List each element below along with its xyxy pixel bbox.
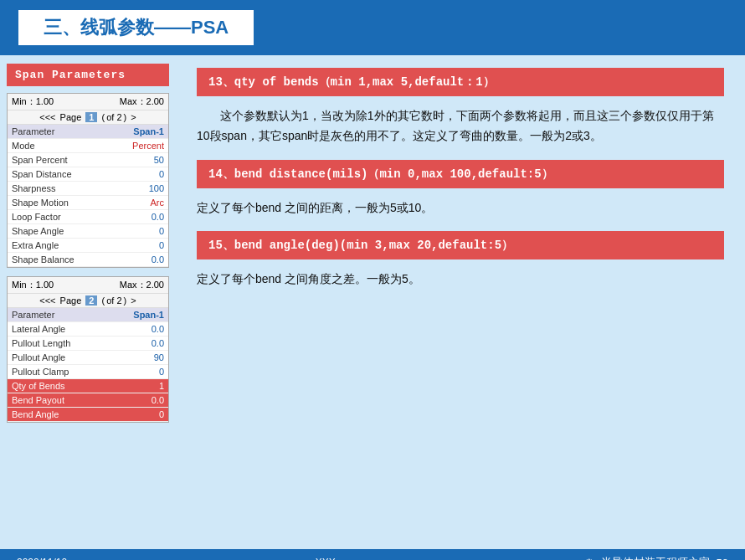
col-parameter-1: Parameter bbox=[8, 125, 110, 139]
min-label-1: Min：1.00 bbox=[12, 95, 54, 108]
param-name: Span Percent bbox=[8, 153, 110, 167]
page-label-2: Page bbox=[58, 295, 85, 306]
param-name: Extra Angle bbox=[8, 239, 110, 253]
param-value: 0 bbox=[109, 408, 168, 422]
col-parameter-2: Parameter bbox=[8, 308, 109, 322]
page-nav-right-2[interactable]: > bbox=[128, 295, 136, 306]
table-row-highlighted: Bend Angle 0 bbox=[8, 408, 168, 422]
param-value: 0.0 bbox=[109, 337, 168, 351]
page-label-1: Page bbox=[58, 112, 85, 122]
table-header-row-1: Parameter Span-1 bbox=[8, 125, 168, 139]
param-value: 0 bbox=[110, 167, 168, 182]
left-panel: Span Parameters Min：1.00 Max：2.00 <<< Pa… bbox=[0, 55, 176, 549]
span-params-label: Span Parameters bbox=[7, 64, 169, 86]
page-of-text-2: of 2 bbox=[106, 295, 121, 306]
table-row: Extra Angle 0 bbox=[8, 239, 168, 253]
table-row: Shape Angle 0 bbox=[8, 224, 168, 239]
param-name: Bend Payout bbox=[8, 393, 109, 408]
param-value: 0 bbox=[110, 239, 168, 253]
section-title-1: 13、qty of bends（min 1,max 5,default：1） bbox=[197, 68, 724, 96]
page-of-close-2: ) bbox=[124, 295, 127, 306]
param-name: Bend Angle bbox=[8, 408, 109, 422]
page-num-2: 2 bbox=[85, 295, 97, 306]
table-row: Loop Factor 0.0 bbox=[8, 210, 168, 224]
param-name: Pullout Clamp bbox=[8, 365, 109, 379]
param-value: 1 bbox=[109, 379, 168, 393]
page-nav-left-1[interactable]: <<< bbox=[39, 112, 55, 122]
section-text-1: 这个参数默认为1，当改为除1外的其它数时，下面两个参数将起用，而且这三个参数仅仅… bbox=[197, 106, 724, 146]
table-row-highlighted: Bend Payout 0.0 bbox=[8, 393, 168, 408]
page-of-1: ( bbox=[99, 112, 105, 122]
min-label-2: Min：1.00 bbox=[12, 279, 54, 291]
page-row-2: <<< Page 2 ( of 2 ) > bbox=[8, 294, 168, 308]
page-of-text-1: of 2 bbox=[106, 112, 121, 122]
table-row: Mode Percent bbox=[8, 139, 168, 153]
param-name: Shape Motion bbox=[8, 196, 110, 210]
table-row: Span Percent 50 bbox=[8, 153, 168, 167]
param-value: 0.0 bbox=[110, 210, 168, 224]
param-name: Qty of Bends bbox=[8, 379, 109, 393]
param-name: Loop Factor bbox=[8, 210, 110, 224]
param-value: 0 bbox=[109, 365, 168, 379]
table-header-row-2: Parameter Span-1 bbox=[8, 308, 168, 322]
table-row-highlighted: Qty of Bends 1 bbox=[8, 379, 168, 393]
param-name: Shape Angle bbox=[8, 224, 110, 239]
section-text-3: 定义了每个bend 之间角度之差。一般为5。 bbox=[197, 270, 724, 290]
param-value: 0 bbox=[110, 224, 168, 239]
footer-logo-text: 半导体封装工程师之家 bbox=[601, 555, 710, 560]
param-value: 50 bbox=[110, 153, 168, 167]
param-value: 0.0 bbox=[110, 253, 168, 267]
table-row: Lateral Angle 0.0 bbox=[8, 322, 168, 337]
footer-logo-icon: ⚙ bbox=[584, 557, 594, 561]
footer-center: XXX bbox=[316, 557, 336, 560]
page-nav-left-2[interactable]: <<< bbox=[39, 295, 55, 306]
page-of-close-1: ) bbox=[124, 112, 127, 122]
table-row: Shape Motion Arc bbox=[8, 196, 168, 210]
section-text-2: 定义了每个bend 之间的距离，一般为5或10。 bbox=[197, 198, 724, 218]
table-row: Shape Balance 0.0 bbox=[8, 253, 168, 267]
param-name: Shape Balance bbox=[8, 253, 110, 267]
max-label-1: Max：2.00 bbox=[120, 95, 164, 108]
table-row: Pullout Length 0.0 bbox=[8, 337, 168, 351]
main-content: Span Parameters Min：1.00 Max：2.00 <<< Pa… bbox=[0, 55, 745, 549]
footer-page: 58 bbox=[717, 557, 728, 561]
param-name: Lateral Angle bbox=[8, 322, 109, 337]
footer: 2020/11/10 XXX ⚙ 半导体封装工程师之家 58 bbox=[0, 549, 745, 560]
param-value: 100 bbox=[110, 182, 168, 196]
param-value: 0.0 bbox=[109, 393, 168, 408]
param-data-table-1: Parameter Span-1 Mode Percent Span Perce… bbox=[8, 125, 168, 267]
right-panel: 13、qty of bends（min 1,max 5,default：1） 这… bbox=[176, 55, 745, 549]
footer-right: ⚙ 半导体封装工程师之家 58 bbox=[584, 555, 728, 560]
param-name: Pullout Length bbox=[8, 337, 109, 351]
table-row: Pullout Clamp 0 bbox=[8, 365, 168, 379]
param-value: Arc bbox=[110, 196, 168, 210]
param-value: 90 bbox=[109, 351, 168, 365]
page-of-2: ( bbox=[99, 295, 105, 306]
table-row: Sharpness 100 bbox=[8, 182, 168, 196]
param-table-2: Min：1.00 Max：2.00 <<< Page 2 ( of 2 ) > … bbox=[7, 276, 169, 423]
table-row: Span Distance 0 bbox=[8, 167, 168, 182]
max-label-2: Max：2.00 bbox=[120, 279, 164, 291]
param-name: Span Distance bbox=[8, 167, 110, 182]
page-num-1: 1 bbox=[85, 112, 97, 122]
param-name: Sharpness bbox=[8, 182, 110, 196]
page-row-1: <<< Page 1 ( of 2 ) > bbox=[8, 110, 168, 125]
page-title: 三、线弧参数——PSA bbox=[17, 8, 255, 47]
table-row: Pullout Angle 90 bbox=[8, 351, 168, 365]
minmax-row-1: Min：1.00 Max：2.00 bbox=[8, 94, 168, 110]
param-name: Pullout Angle bbox=[8, 351, 109, 365]
section-title-3: 15、bend angle(deg)(min 3,max 20,default:… bbox=[197, 231, 724, 259]
param-value: Percent bbox=[110, 139, 168, 153]
param-value: 0.0 bbox=[109, 322, 168, 337]
footer-date: 2020/11/10 bbox=[17, 557, 67, 560]
param-data-table-2: Parameter Span-1 Lateral Angle 0.0 Pullo… bbox=[8, 308, 168, 422]
param-name: Mode bbox=[8, 139, 110, 153]
col-span-2: Span-1 bbox=[109, 308, 168, 322]
section-title-2: 14、bend distance(mils)（min 0,max 100,def… bbox=[197, 160, 724, 188]
param-table-1: Min：1.00 Max：2.00 <<< Page 1 ( of 2 ) > … bbox=[7, 93, 169, 268]
header: 三、线弧参数——PSA bbox=[0, 0, 745, 55]
col-span-1: Span-1 bbox=[110, 125, 168, 139]
minmax-row-2: Min：1.00 Max：2.00 bbox=[8, 277, 168, 294]
page-nav-right-1[interactable]: > bbox=[128, 112, 136, 122]
